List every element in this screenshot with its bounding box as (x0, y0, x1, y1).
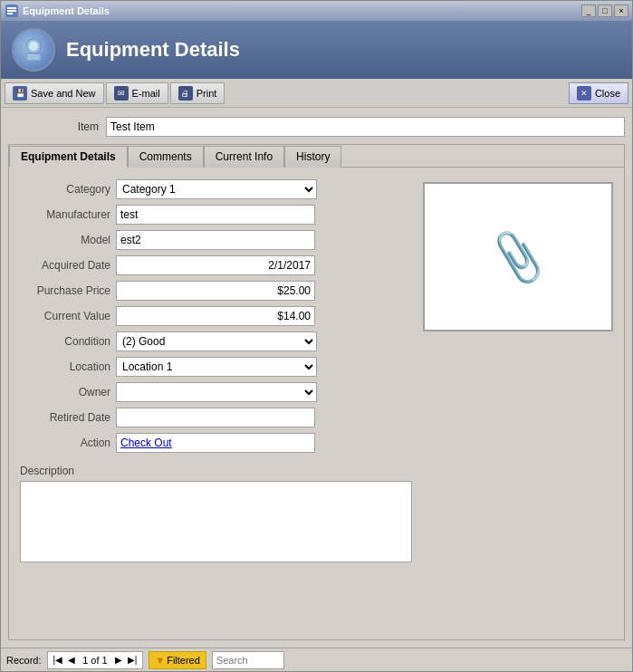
tab-current-info[interactable]: Current Info (204, 146, 284, 168)
window-icon (5, 4, 19, 18)
image-area: 📎 (423, 182, 613, 331)
window-controls[interactable]: _ □ × (581, 5, 628, 17)
close-label: Close (595, 88, 620, 99)
condition-label: Condition (20, 335, 110, 348)
purchase-price-label: Purchase Price (20, 284, 110, 297)
status-bar: Record: |◀ ◀ 1 of 1 ▶ ▶| ▼ Filtered (1, 648, 632, 671)
location-row: Location Location 1 Location 2 (20, 356, 412, 378)
filter-label: Filtered (167, 655, 200, 666)
owner-label: Owner (20, 386, 110, 398)
description-section: Description (20, 465, 412, 565)
filtered-badge[interactable]: ▼ Filtered (149, 651, 206, 669)
print-icon: 🖨 (178, 86, 193, 101)
svg-point-5 (29, 42, 38, 51)
header-icon (12, 28, 55, 72)
model-label: Model (20, 234, 110, 246)
filter-icon: ▼ (155, 655, 165, 666)
minimize-button[interactable]: _ (581, 5, 596, 17)
action-row: Action Check Out (20, 432, 412, 454)
next-record-button[interactable]: ▶ (113, 656, 124, 665)
model-row: Model (20, 229, 412, 251)
email-label: E-mail (132, 88, 160, 99)
category-select[interactable]: Category 1 Category 2 (116, 179, 317, 199)
header-band: Equipment Details (1, 21, 632, 79)
record-label: Record: (6, 655, 42, 666)
tab-history[interactable]: History (284, 146, 341, 168)
category-row: Category Category 1 Category 2 (20, 178, 412, 200)
svg-rect-3 (7, 13, 13, 14)
manufacturer-row: Manufacturer (20, 204, 412, 226)
content-area: Item Equipment Details Comments Current … (1, 108, 632, 648)
item-label: Item (8, 120, 99, 133)
retired-date-row: Retired Date (20, 407, 412, 428)
svg-rect-6 (26, 53, 41, 61)
print-button[interactable]: 🖨 Print (170, 82, 225, 104)
form-section: Category Category 1 Category 2 Manufactu… (20, 178, 412, 629)
retired-date-label: Retired Date (20, 411, 110, 424)
record-position: 1 of 1 (79, 655, 111, 666)
retired-date-input[interactable] (116, 408, 315, 427)
maximize-button[interactable]: □ (598, 5, 612, 17)
current-value-input[interactable] (116, 306, 315, 326)
email-icon: ✉ (114, 86, 129, 101)
toolbar: 💾 Save and New ✉ E-mail 🖨 Print ✕ Close (1, 79, 632, 108)
current-value-row: Current Value (20, 305, 412, 327)
manufacturer-input[interactable] (116, 205, 315, 225)
attachment-icon: 📎 (487, 231, 548, 283)
current-value-label: Current Value (20, 310, 110, 322)
purchase-price-input[interactable] (116, 281, 315, 301)
email-button[interactable]: ✉ E-mail (106, 82, 168, 104)
last-record-button[interactable]: ▶| (126, 656, 139, 665)
window-title: Equipment Details (23, 5, 581, 16)
item-row: Item (8, 115, 625, 139)
location-select[interactable]: Location 1 Location 2 (116, 357, 317, 377)
model-input[interactable] (116, 230, 315, 250)
description-label: Description (20, 465, 412, 477)
print-label: Print (197, 88, 217, 99)
condition-select[interactable]: (1) Poor (2) Good (3) Excellent (116, 331, 317, 351)
item-input[interactable] (106, 117, 625, 137)
purchase-price-row: Purchase Price (20, 280, 412, 302)
acquired-date-label: Acquired Date (20, 259, 110, 272)
tab-equipment-details[interactable]: Equipment Details (9, 146, 128, 168)
tab-comments[interactable]: Comments (128, 146, 204, 168)
window-close-button[interactable]: × (614, 5, 628, 17)
main-window: Equipment Details _ □ × Equipment Detail… (0, 0, 633, 672)
category-label: Category (20, 183, 110, 196)
owner-select[interactable] (116, 382, 317, 402)
record-nav: |◀ ◀ 1 of 1 ▶ ▶| (47, 651, 144, 669)
action-field: Check Out (116, 433, 315, 453)
action-label: Action (20, 437, 110, 449)
svg-rect-2 (7, 10, 16, 12)
acquired-date-input[interactable] (116, 255, 315, 275)
manufacturer-label: Manufacturer (20, 208, 110, 221)
save-new-button[interactable]: 💾 Save and New (5, 82, 104, 104)
tab-content-equipment-details: Category Category 1 Category 2 Manufactu… (9, 167, 624, 639)
prev-record-button[interactable]: ◀ (66, 656, 77, 665)
location-label: Location (20, 360, 110, 373)
tab-container: Equipment Details Comments Current Info … (8, 144, 625, 640)
save-new-label: Save and New (31, 88, 96, 99)
title-bar: Equipment Details _ □ × (1, 1, 632, 21)
header-title: Equipment Details (66, 38, 240, 62)
svg-rect-1 (7, 7, 16, 9)
close-icon: ✕ (577, 86, 591, 101)
condition-row: Condition (1) Poor (2) Good (3) Excellen… (20, 331, 412, 352)
close-button[interactable]: ✕ Close (569, 82, 628, 104)
search-input[interactable] (212, 651, 284, 669)
acquired-date-row: Acquired Date (20, 254, 412, 276)
checkout-link[interactable]: Check Out (120, 437, 172, 449)
description-textarea[interactable] (20, 481, 412, 562)
owner-row: Owner (20, 381, 412, 403)
save-icon: 💾 (13, 86, 27, 101)
first-record-button[interactable]: |◀ (52, 656, 65, 665)
tabs: Equipment Details Comments Current Info … (9, 145, 624, 167)
